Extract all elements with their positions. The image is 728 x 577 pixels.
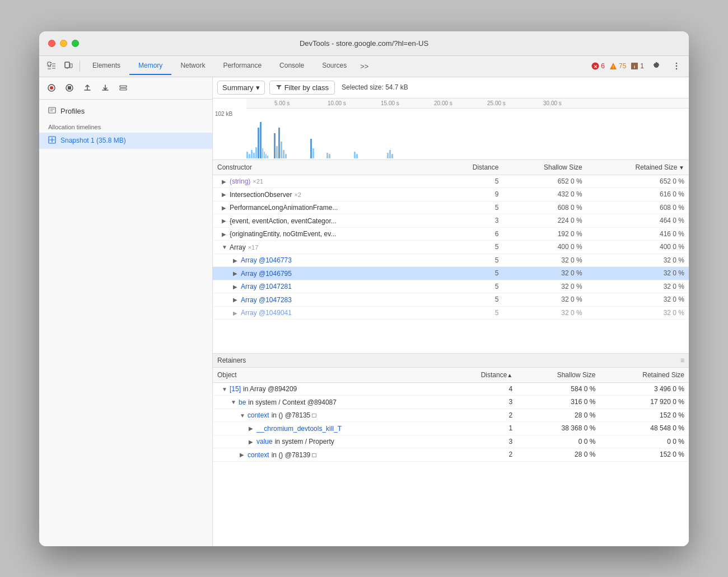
svg-rect-19 bbox=[49, 107, 55, 113]
constructor-table: Constructor Distance Shallow Size Retain… bbox=[213, 160, 689, 320]
tab-network[interactable]: Network bbox=[171, 57, 214, 75]
toolbar-badges: ✕ 6 ! 75 i 1 bbox=[591, 58, 684, 74]
expand-arrow[interactable]: ▶ bbox=[233, 284, 239, 290]
tab-more[interactable]: >> bbox=[356, 58, 373, 75]
timeline-area[interactable]: 5.00 s 10.00 s 15.00 s 20.00 s 25.00 s 3… bbox=[213, 98, 689, 160]
info-badge[interactable]: i 1 bbox=[631, 62, 644, 70]
snapshot-label: Snapshot 1 (35.8 MB) bbox=[60, 137, 126, 144]
expand-arrow[interactable]: ▼ bbox=[222, 244, 227, 250]
devtools-window: DevTools - store.google.com/?hl=en-US El… bbox=[39, 31, 689, 546]
main-panel: Summary ▾ Filter by class Selected size:… bbox=[213, 77, 689, 546]
tab-memory[interactable]: Memory bbox=[129, 57, 171, 75]
tab-sources[interactable]: Sources bbox=[313, 57, 356, 75]
table-row[interactable]: ▶ IntersectionObserver ×2 9 432 0 % 616 … bbox=[213, 188, 689, 201]
expand-arrow[interactable]: ▶ bbox=[222, 218, 227, 224]
expand-arrow[interactable]: ▼ bbox=[231, 399, 236, 405]
summary-label: Summary bbox=[222, 83, 254, 92]
constructor-name-cell: ▶ IntersectionObserver ×2 bbox=[213, 188, 441, 201]
retainer-row[interactable]: ▼ be in system / Context @894087 3 316 0… bbox=[213, 396, 689, 409]
retainers-table-container[interactable]: Object Distance▲ Shallow Size Retained S… bbox=[213, 368, 689, 546]
settings-icon[interactable] bbox=[648, 58, 664, 74]
retainer-row[interactable]: ▶ context in () @78139 □ 2 28 0 % 152 0 … bbox=[213, 448, 689, 462]
expand-arrow[interactable]: ▼ bbox=[240, 412, 245, 419]
col-retained[interactable]: Retained Size bbox=[587, 160, 689, 175]
table-row[interactable]: ▶ Array @1049041 5 32 0 % 32 0 % bbox=[213, 306, 689, 320]
expand-arrow[interactable]: ▶ bbox=[233, 297, 239, 303]
tick-15s: 15.00 s bbox=[381, 100, 399, 106]
bar bbox=[391, 154, 393, 158]
svg-rect-16 bbox=[68, 86, 71, 90]
expand-arrow[interactable]: ▼ bbox=[222, 386, 227, 392]
expand-arrow[interactable]: ▶ bbox=[233, 270, 239, 276]
retainer-name-cell: ▼ be in system / Context @894087 bbox=[213, 396, 446, 409]
table-row[interactable]: ▼ Array ×17 5 400 0 % 400 0 % bbox=[213, 241, 689, 254]
col-distance-asc[interactable]: Distance▲ bbox=[446, 368, 517, 383]
svg-point-12 bbox=[676, 68, 678, 70]
svg-rect-17 bbox=[120, 86, 127, 87]
table-row[interactable]: ▶ (string) ×21 5 652 0 % 652 0 % bbox=[213, 175, 689, 188]
expand-arrow[interactable]: ▶ bbox=[222, 205, 227, 211]
table-row[interactable]: ▶ Array @1047283 5 32 0 % 32 0 % bbox=[213, 293, 689, 307]
tab-bar: Elements Memory Network Performance Cons… bbox=[83, 57, 373, 75]
retainer-distance-cell: 4 bbox=[446, 382, 517, 396]
error-badge[interactable]: ✕ 6 bbox=[591, 62, 605, 70]
filter-label: Filter by class bbox=[284, 83, 329, 92]
download-btn[interactable] bbox=[97, 80, 113, 96]
inspect-icon[interactable] bbox=[44, 58, 59, 74]
constructor-table-container[interactable]: Constructor Distance Shallow Size Retain… bbox=[213, 160, 689, 353]
expand-arrow[interactable]: ▶ bbox=[249, 439, 254, 445]
bar bbox=[354, 152, 356, 158]
table-row[interactable]: ▶ Array @1046773 5 32 0 % 32 0 % bbox=[213, 254, 689, 267]
expand-arrow[interactable]: ▶ bbox=[222, 179, 227, 185]
maximize-button[interactable] bbox=[72, 40, 79, 47]
close-button[interactable] bbox=[48, 40, 55, 47]
minimize-button[interactable] bbox=[60, 40, 67, 47]
expand-arrow[interactable]: ▶ bbox=[233, 257, 239, 264]
tab-elements[interactable]: Elements bbox=[83, 57, 129, 75]
distance-cell: 5 bbox=[441, 241, 503, 254]
expand-arrow[interactable]: ▶ bbox=[222, 191, 227, 198]
distance-cell: 5 bbox=[441, 254, 503, 267]
expand-arrow[interactable]: ▶ bbox=[240, 452, 245, 458]
table-row[interactable]: ▶ {event, eventAction, eventCategor... 3… bbox=[213, 214, 689, 228]
table-row[interactable]: ▶ Array @1046795 5 32 0 % 32 0 % bbox=[213, 267, 689, 280]
shallow-size-cell: 32 0 % bbox=[503, 306, 586, 320]
constructor-pane: Constructor Distance Shallow Size Retain… bbox=[213, 160, 689, 353]
window-title: DevTools - store.google.com/?hl=en-US bbox=[300, 39, 428, 48]
collect-btn[interactable] bbox=[115, 80, 131, 96]
retainer-row[interactable]: ▼ context in () @78135 □ 2 28 0 % 152 0 … bbox=[213, 409, 689, 422]
svg-rect-1 bbox=[65, 62, 69, 68]
more-options-icon[interactable] bbox=[669, 58, 684, 74]
main-content: Profiles Allocation timelines Snapshot 1… bbox=[39, 77, 689, 546]
timeline-ruler: 5.00 s 10.00 s 15.00 s 20.00 s 25.00 s 3… bbox=[246, 98, 689, 109]
retainer-name-cell: ▶ context in () @78139 □ bbox=[213, 448, 446, 462]
tab-console[interactable]: Console bbox=[270, 57, 313, 75]
stop-btn[interactable] bbox=[62, 80, 77, 96]
shallow-size-cell: 432 0 % bbox=[503, 188, 586, 201]
table-row[interactable]: ▶ PerformanceLongAnimationFrame... 5 608… bbox=[213, 201, 689, 214]
retainer-row[interactable]: ▶ __chromium_devtools_kill_T 1 38 368 0 … bbox=[213, 422, 689, 435]
retainer-retained-cell: 48 548 0 % bbox=[600, 422, 689, 435]
svg-text:✕: ✕ bbox=[594, 64, 598, 69]
bar bbox=[310, 139, 312, 158]
upload-btn[interactable] bbox=[80, 80, 95, 96]
tab-performance[interactable]: Performance bbox=[214, 57, 270, 75]
retainer-row[interactable]: ▶ value in system / Property 3 0 0 % 0 0… bbox=[213, 435, 689, 448]
summary-dropdown[interactable]: Summary ▾ bbox=[217, 81, 265, 95]
sidebar: Profiles Allocation timelines Snapshot 1… bbox=[39, 77, 213, 546]
filter-by-class-button[interactable]: Filter by class bbox=[269, 81, 335, 95]
retainer-row[interactable]: ▼ [15] in Array @894209 4 584 0 % 3 496 … bbox=[213, 382, 689, 396]
device-icon[interactable] bbox=[60, 58, 76, 74]
record-btn[interactable] bbox=[44, 80, 59, 96]
warning-badge[interactable]: ! 75 bbox=[609, 62, 626, 70]
expand-arrow[interactable]: ▶ bbox=[233, 310, 239, 316]
table-row[interactable]: ▶ Array @1047281 5 32 0 % 32 0 % bbox=[213, 280, 689, 293]
distance-cell: 5 bbox=[441, 175, 503, 188]
table-row[interactable]: ▶ {originatingEntity, noGtmEvent, ev... … bbox=[213, 227, 689, 241]
expand-arrow[interactable]: ▶ bbox=[222, 231, 227, 237]
constructor-name-cell: ▶ Array @1047283 bbox=[213, 293, 441, 307]
retained-size-cell: 416 0 % bbox=[587, 227, 689, 241]
snapshot-item[interactable]: Snapshot 1 (35.8 MB) bbox=[39, 133, 212, 149]
expand-arrow[interactable]: ▶ bbox=[249, 425, 254, 431]
retained-size-cell: 32 0 % bbox=[587, 267, 689, 280]
